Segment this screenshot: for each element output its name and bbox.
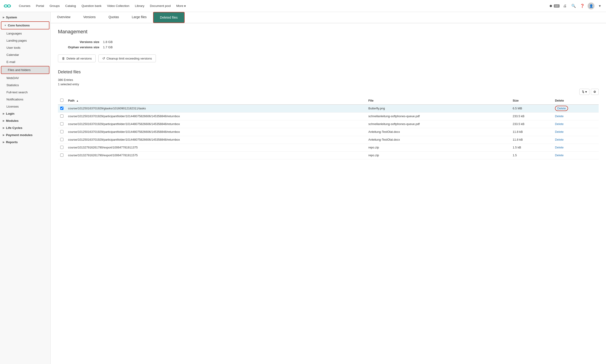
size-cell: 6.5 MB [510, 104, 553, 113]
sort-asc-icon: ▲ [76, 100, 79, 102]
sidebar-item-user-tools[interactable]: User tools [0, 44, 50, 51]
select-all-checkbox[interactable] [60, 99, 64, 102]
row-checkbox[interactable] [60, 122, 64, 126]
nav-groups[interactable]: Groups [47, 3, 62, 9]
selected-info: 1 selected entry [58, 82, 599, 86]
delete-link[interactable]: Delete [555, 146, 564, 149]
sidebar-item-webdav[interactable]: WebDAV [0, 75, 50, 82]
sidebar-section-core-functions[interactable]: ▼ Core functions [1, 21, 49, 29]
size-cell: 1.5 [510, 152, 553, 159]
sidebar-item-landing-pages[interactable]: Landing pages [0, 37, 50, 44]
delete-cell[interactable]: Delete [553, 144, 599, 152]
delete-cell[interactable]: Delete [553, 136, 599, 144]
row-checkbox-cell[interactable] [58, 128, 66, 136]
row-checkbox-cell[interactable] [58, 144, 66, 152]
delete-cell[interactable]: Delete [553, 113, 599, 120]
tab-overview[interactable]: Overview [51, 12, 77, 23]
delete-all-versions-button[interactable]: 🗑 Delete all versions [58, 54, 96, 62]
row-checkbox[interactable] [60, 146, 64, 149]
sidebar-section-modules[interactable]: ▶ Modules [0, 117, 50, 124]
main-content: Overview Versions Quotas Large files Del… [51, 12, 606, 364]
user-avatar[interactable]: 👤 [588, 2, 594, 9]
sidebar-item-files-and-folders[interactable]: Files and folders [1, 66, 49, 74]
row-checkbox[interactable] [60, 154, 64, 157]
page-title: Management [58, 29, 599, 35]
sidebar-item-full-text-search[interactable]: Full-text search [0, 89, 50, 96]
orphan-size-label: Orphan versions size [58, 46, 99, 49]
row-checkbox-cell[interactable] [58, 104, 66, 113]
tab-large-files[interactable]: Large files [125, 12, 153, 23]
delete-cell[interactable]: Delete [553, 104, 599, 113]
delete-cell[interactable]: Delete [553, 120, 599, 128]
sidebar-item-licenses[interactable]: Licenses [0, 103, 50, 110]
delete-cell[interactable]: Delete [553, 128, 599, 136]
print-button[interactable]: 🖨 [561, 2, 568, 9]
nav-catalog[interactable]: Catalog [63, 3, 79, 9]
row-checkbox[interactable] [60, 107, 64, 110]
tab-versions[interactable]: Versions [77, 12, 102, 23]
nav-portal[interactable]: Portal [34, 3, 46, 9]
nav-question-bank[interactable]: Question bank [79, 3, 104, 9]
sort-options-button[interactable]: ⇅ ▾ [579, 89, 590, 95]
nav-library[interactable]: Library [133, 3, 147, 9]
orphan-size-row: Orphan versions size 1.7 GB [58, 46, 599, 49]
nav-more[interactable]: More ▾ [174, 3, 188, 9]
tab-quotas[interactable]: Quotas [102, 12, 125, 23]
table-row: course/101327916261790/export/1006477819… [58, 144, 599, 152]
delete-link[interactable]: Delete [555, 115, 564, 118]
sidebar-item-notifications[interactable]: Notifications [0, 96, 50, 103]
select-all-header[interactable] [58, 97, 66, 104]
chevron-right-icon: ▶ [3, 119, 5, 122]
path-header[interactable]: Path ▲ [66, 97, 366, 104]
nav-document-pool[interactable]: Document pool [148, 3, 173, 9]
file-cell: schnellanleitung-softphones-queue.pdf [366, 113, 510, 120]
help-button[interactable]: ❓ [579, 2, 586, 9]
row-checkbox[interactable] [60, 130, 64, 133]
nav-courses[interactable]: Courses [16, 3, 33, 9]
nav-links: Courses Portal Groups Catalog Question b… [16, 3, 550, 9]
file-cell: Anleitung-TestOlat.docx [366, 128, 510, 136]
row-checkbox-cell[interactable] [58, 113, 66, 120]
settings-button[interactable]: ⚙ [591, 89, 599, 95]
sidebar-section-reports[interactable]: ▶ Reports [0, 139, 50, 146]
delete-link[interactable]: Delete [555, 154, 564, 157]
search-button[interactable]: 🔍 [570, 2, 577, 9]
sidebar-section-login[interactable]: ▶ Login [0, 110, 50, 117]
sidebar-item-calendar[interactable]: Calendar [0, 51, 50, 58]
row-checkbox[interactable] [60, 138, 64, 141]
delete-link[interactable]: Delete [555, 122, 564, 126]
sidebar-item-languages[interactable]: Languages [0, 30, 50, 37]
trash-icon: 🗑 [62, 57, 65, 60]
tab-deleted-files[interactable]: Deleted files [153, 12, 184, 23]
table-row: course/101250163701929/participantfolder… [58, 128, 599, 136]
delete-cell[interactable]: Delete [553, 152, 599, 159]
versions-size-row: Versions size 1.8 GB [58, 40, 599, 44]
delete-link[interactable]: Delete [555, 106, 568, 111]
deleted-files-table: Path ▲ File Size Delete course/101250163… [58, 97, 599, 159]
cleanup-versions-button[interactable]: ↺ Cleanup limit exceeding versions [98, 54, 156, 62]
row-checkbox[interactable] [60, 115, 64, 118]
row-checkbox-cell[interactable] [58, 136, 66, 144]
orphan-size-value: 1.7 GB [103, 46, 113, 49]
delete-link[interactable]: Delete [555, 138, 564, 141]
sidebar-item-email[interactable]: E-mail [0, 58, 50, 65]
chevron-down-icon: ▾ [585, 90, 587, 93]
delete-link[interactable]: Delete [555, 130, 564, 133]
table-row: course/101250163701929/participantfolder… [58, 113, 599, 120]
app-logo[interactable] [3, 1, 12, 11]
sidebar-item-statistics[interactable]: Statistics [0, 82, 50, 89]
tab-bar: Overview Versions Quotas Large files Del… [51, 12, 606, 23]
user-menu-button[interactable]: ▾ [596, 2, 603, 9]
file-cell: Butterfly.png [366, 104, 510, 113]
chevron-right-icon: ▶ [3, 16, 5, 19]
table-row: course/101250163701929/participantfolder… [58, 120, 599, 128]
nav-video-collection[interactable]: Video Collection [105, 3, 132, 9]
size-header: Size [510, 97, 553, 104]
top-navigation: Courses Portal Groups Catalog Question b… [0, 0, 606, 12]
row-checkbox-cell[interactable] [58, 120, 66, 128]
sidebar-section-payment-modules[interactable]: ▶ Payment modules [0, 131, 50, 139]
sidebar-section-life-cycles[interactable]: ▶ Life Cycles [0, 124, 50, 131]
row-checkbox-cell[interactable] [58, 152, 66, 159]
path-cell: course/101327916261790/export/1006477819… [66, 144, 366, 152]
sidebar-section-system[interactable]: ▶ System [0, 14, 50, 21]
